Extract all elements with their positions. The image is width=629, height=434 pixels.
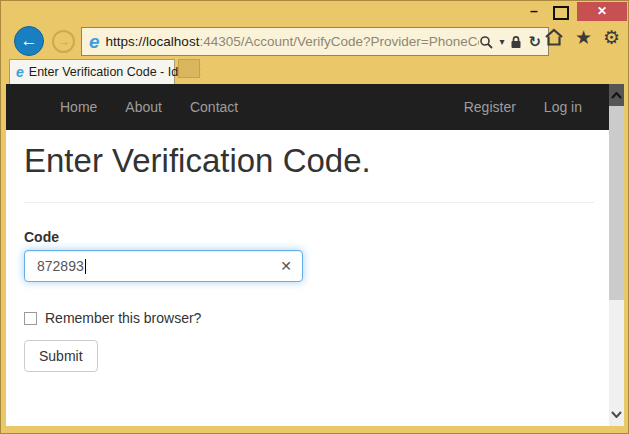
- url-text[interactable]: https://localhost:44305/Account/VerifyCo…: [106, 34, 480, 49]
- ie-page-icon: e: [89, 32, 100, 51]
- code-input[interactable]: 872893 ✕: [24, 250, 303, 282]
- chevron-down-icon: [611, 411, 622, 418]
- navbar-left: Home About Contact: [46, 84, 252, 130]
- nav-item-register[interactable]: Register: [450, 84, 530, 130]
- title-bar: – ✕: [1, 1, 628, 23]
- tab-enter-verification-code[interactable]: e Enter Verification Code - Id... ✕: [9, 59, 175, 84]
- address-bar[interactable]: e https://localhost:44305/Account/Verify…: [81, 27, 549, 56]
- tab-bar: e Enter Verification Code - Id... ✕: [1, 59, 628, 84]
- navbar-right: Register Log in: [450, 84, 596, 130]
- lock-icon: [510, 35, 522, 49]
- back-arrow-icon: ←: [21, 31, 38, 50]
- clear-input-icon[interactable]: ✕: [280, 259, 292, 273]
- forward-arrow-icon: →: [57, 34, 70, 49]
- address-bar-icons: ▾ ↻: [479, 35, 548, 49]
- url-path: :44305/Account/VerifyCode?Provider=Phone…: [199, 34, 479, 49]
- refresh-icon[interactable]: ↻: [528, 35, 541, 49]
- scroll-down-button[interactable]: [609, 404, 624, 424]
- forward-button[interactable]: →: [52, 30, 75, 53]
- favorites-star-icon[interactable]: ★: [575, 28, 592, 47]
- nav-item-login[interactable]: Log in: [530, 84, 596, 130]
- home-icon[interactable]: [544, 28, 564, 47]
- submit-button[interactable]: Submit: [24, 340, 98, 372]
- browser-toolbar: ← → e https://localhost:44305/Account/Ve…: [1, 23, 628, 59]
- url-host: https://localhost: [106, 34, 200, 49]
- scrollbar-thumb[interactable]: [609, 106, 624, 300]
- chevron-down-icon[interactable]: ▾: [499, 36, 504, 47]
- minimize-button[interactable]: –: [525, 4, 543, 20]
- chevron-up-icon: [611, 92, 622, 99]
- browser-action-icons: ★ ⚙: [544, 28, 620, 47]
- maximize-button[interactable]: [553, 6, 569, 20]
- divider: [24, 202, 594, 203]
- back-button[interactable]: ←: [14, 26, 44, 56]
- page-viewport: Home About Contact Register Log in Enter…: [6, 84, 624, 426]
- nav-item-about[interactable]: About: [111, 84, 176, 130]
- tab-title: Enter Verification Code - Id...: [29, 65, 189, 79]
- tab-favicon-icon: e: [16, 63, 24, 82]
- new-tab-button[interactable]: [178, 59, 200, 78]
- remember-browser-checkbox[interactable]: [24, 312, 37, 325]
- code-input-value: 872893: [37, 258, 84, 274]
- vertical-scrollbar[interactable]: [609, 84, 624, 426]
- nav-item-home[interactable]: Home: [46, 84, 111, 130]
- remember-browser-row: Remember this browser?: [24, 310, 201, 326]
- scroll-up-button[interactable]: [609, 84, 624, 106]
- text-cursor: [85, 259, 86, 274]
- search-icon[interactable]: [479, 35, 493, 49]
- page-title: Enter Verification Code.: [24, 142, 371, 180]
- remember-browser-label: Remember this browser?: [45, 310, 201, 326]
- site-navbar: Home About Contact Register Log in: [6, 84, 609, 130]
- settings-gear-icon[interactable]: ⚙: [603, 28, 620, 47]
- code-label: Code: [24, 229, 59, 245]
- close-button[interactable]: ✕: [577, 2, 627, 21]
- nav-item-contact[interactable]: Contact: [176, 84, 252, 130]
- browser-window: – ✕ ← → e https://localhost:44305/Accoun…: [0, 0, 629, 434]
